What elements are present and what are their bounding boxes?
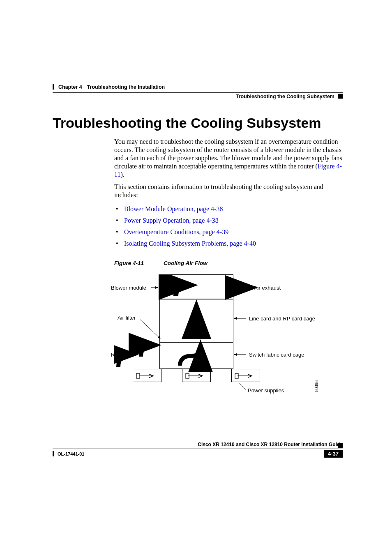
figure-number: Figure 4-11 xyxy=(114,260,144,266)
list-item: Overtemperature Conditions, page 4-39 xyxy=(114,228,343,236)
section-intro: This section contains information to tro… xyxy=(114,183,343,199)
footer-end-marker xyxy=(338,443,343,448)
figure-image-id: 50396 xyxy=(314,380,320,392)
intro-paragraph: You may need to troubleshoot the cooling… xyxy=(114,138,343,179)
svg-line-1 xyxy=(139,318,160,339)
figure-caption: Figure 4-11Cooling Air Flow xyxy=(114,260,343,267)
svg-line-4 xyxy=(240,383,246,389)
figure-title: Cooling Air Flow xyxy=(164,260,208,266)
isolating-problems-link[interactable]: Isolating Cooling Subsystem Problems, pa… xyxy=(124,240,256,247)
label-switch-fabric: Switch fabric card cage xyxy=(249,352,304,358)
label-air-filter: Air filter xyxy=(118,315,136,321)
page-title: Troubleshooting the Cooling Subsystem xyxy=(53,115,321,131)
label-room-air: Room air xyxy=(111,352,133,358)
footer-rule xyxy=(53,449,343,449)
list-item: Blower Module Operation, page 4-38 xyxy=(114,205,343,213)
list-item: Isolating Cooling Subsystem Problems, pa… xyxy=(114,240,343,248)
airflow-arrows xyxy=(114,274,320,402)
header-end-marker xyxy=(338,94,343,99)
label-line-card: Line card and RP card cage xyxy=(249,315,315,322)
overtemperature-link[interactable]: Overtemperature Conditions, page 4-39 xyxy=(124,228,228,235)
chapter-number: Chapter 4 xyxy=(58,84,82,90)
chapter-title: Troubleshooting the Installation xyxy=(87,84,165,90)
label-air-exhaust: Air exhaust xyxy=(254,285,281,291)
topic-list: Blower Module Operation, page 4-38 Power… xyxy=(114,205,343,248)
intro-text-a: You may need to troubleshoot the cooling… xyxy=(114,138,342,170)
label-blower-module: Blower module xyxy=(111,285,146,291)
cooling-airflow-diagram: Blower module Air filter Room air Air ex… xyxy=(114,274,320,402)
section-header: Troubleshooting the Cooling Subsystem xyxy=(236,94,334,99)
header-rule xyxy=(53,92,343,93)
list-item: Power Supply Operation, page 4-38 xyxy=(114,216,343,225)
header-left-bar xyxy=(53,84,54,90)
label-power-supplies: Power supplies xyxy=(248,387,284,394)
page-number: 4-37 xyxy=(324,450,343,458)
footer-left-bar xyxy=(53,451,54,456)
intro-text-b: ). xyxy=(120,171,124,178)
body-content: You may need to troubleshoot the cooling… xyxy=(114,138,343,402)
power-supply-link[interactable]: Power Supply Operation, page 4-38 xyxy=(124,217,219,224)
blower-module-link[interactable]: Blower Module Operation, page 4-38 xyxy=(124,205,223,212)
chapter-header: Chapter 4Troubleshooting the Installatio… xyxy=(58,84,165,90)
footer-doc-id: OL-17441-01 xyxy=(58,451,84,456)
footer-guide-title: Cisco XR 12410 and Cisco XR 12810 Router… xyxy=(198,442,343,447)
